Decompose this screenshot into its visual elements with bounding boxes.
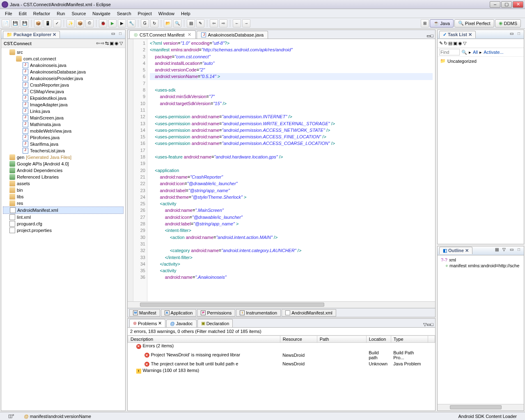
- maximize-view-icon[interactable]: □: [431, 33, 433, 38]
- collapse-icon[interactable]: ▣: [453, 41, 457, 46]
- next-annotation-button[interactable]: ⇨: [219, 19, 227, 28]
- java-file[interactable]: Mathimata.java: [3, 121, 124, 128]
- menu-edit[interactable]: Edit: [16, 10, 30, 17]
- problems-table[interactable]: Description Resource Path Location Type …: [128, 335, 435, 411]
- declaration-tab[interactable]: ▣Declaration: [197, 319, 233, 327]
- package-explorer-tree[interactable]: src com.cst.connect Anakoinoseis.javaAna…: [1, 48, 125, 411]
- bottom-tab-manifest[interactable]: MManifest: [129, 309, 160, 317]
- java-file[interactable]: mobileWebView.java: [3, 128, 124, 134]
- lint-button[interactable]: ✓: [53, 19, 61, 28]
- focus-icon[interactable]: ◉: [458, 41, 462, 46]
- android-manifest-file[interactable]: AndroidManifest.xml: [3, 207, 124, 214]
- refresh-button[interactable]: ↻: [150, 19, 158, 28]
- col-path[interactable]: Path: [317, 336, 366, 343]
- new-button[interactable]: 📄: [2, 19, 10, 28]
- back-icon[interactable]: ⇦: [96, 41, 100, 46]
- menu-project[interactable]: Project: [135, 10, 155, 17]
- perspective-java[interactable]: ☕Java: [430, 19, 454, 28]
- save-button[interactable]: 💾: [11, 19, 19, 28]
- menu-navigate[interactable]: Navigate: [89, 10, 113, 17]
- menu-refactor[interactable]: Refactor: [30, 10, 54, 17]
- filter-icon[interactable]: ▽: [501, 247, 507, 254]
- java-file[interactable]: Links.java: [3, 108, 124, 115]
- java-file[interactable]: Skarifima.java: [3, 141, 124, 147]
- prev-annotation-button[interactable]: ⇦: [210, 19, 218, 28]
- perspective-ddms[interactable]: ◉DDMS: [495, 19, 521, 28]
- new-project-button[interactable]: ✨: [66, 19, 75, 28]
- bottom-tab-instrumentation[interactable]: IInstrumentation: [236, 309, 281, 317]
- java-file[interactable]: Anakoinoseis.java: [3, 62, 124, 69]
- view-menu-icon[interactable]: ▽: [119, 41, 123, 46]
- minimize-view-icon[interactable]: ▭: [426, 322, 431, 327]
- run-last-button[interactable]: ▶: [118, 19, 126, 28]
- categorize-icon[interactable]: ▤: [448, 41, 452, 46]
- bottom-tab-permissions[interactable]: PPermissions: [197, 309, 235, 317]
- bottom-tab-application[interactable]: AApplication: [161, 309, 197, 317]
- java-file[interactable]: Plirofories.java: [3, 134, 124, 141]
- outline-horizontal-scrollbar[interactable]: [438, 404, 524, 411]
- run-button[interactable]: ▶: [108, 19, 117, 28]
- avd-manager-button[interactable]: 📱: [44, 19, 52, 28]
- outline-tab[interactable]: ◧ Outline ✕: [439, 247, 472, 254]
- code-editor[interactable]: 1234567891011121314151617181920212223242…: [128, 39, 435, 301]
- col-location[interactable]: Location: [366, 336, 391, 343]
- task-find-input[interactable]: [439, 49, 460, 55]
- open-type-button[interactable]: 📂: [164, 19, 172, 28]
- new-task-icon[interactable]: ✎: [439, 41, 443, 46]
- lint-xml-file[interactable]: lint.xml: [3, 214, 124, 220]
- warnings-group-row[interactable]: !Warnings (100 of 183 items): [128, 367, 435, 374]
- task-all-link[interactable]: All: [473, 50, 478, 55]
- menu-run[interactable]: Run: [53, 10, 68, 17]
- minimize-view-icon[interactable]: ▭: [426, 33, 431, 38]
- maximize-view-icon[interactable]: □: [516, 31, 522, 38]
- task-list-tab[interactable]: ✓ Task List ✕: [439, 31, 476, 38]
- sort-icon[interactable]: ▤: [493, 247, 500, 254]
- package-node[interactable]: com.cst.connect: [3, 55, 124, 62]
- save-all-button[interactable]: 💾: [21, 19, 29, 28]
- perspective-pixel-perfect[interactable]: 🔍Pixel Perfect: [454, 19, 494, 28]
- gen-folder[interactable]: gen [Generated Java Files]: [3, 154, 124, 161]
- folder-bin[interactable]: bin: [3, 187, 124, 193]
- error-row[interactable]: ✕The project cannot be built until build…: [128, 360, 435, 367]
- referenced-libs[interactable]: Referenced Libraries: [3, 174, 124, 180]
- maximize-button[interactable]: ▢: [501, 1, 512, 8]
- close-icon[interactable]: ✕: [53, 32, 56, 37]
- android-deps-lib[interactable]: Android Dependencies: [3, 167, 124, 174]
- editor-tab-database[interactable]: AnakoinoseisDatabase.java: [197, 31, 268, 39]
- menu-help[interactable]: Help: [178, 10, 194, 17]
- src-folder[interactable]: src: [3, 49, 124, 55]
- maximize-view-icon[interactable]: □: [431, 322, 433, 327]
- editor-tab-manifest[interactable]: ◎CST.Connect Manifest✕: [129, 30, 196, 39]
- java-file[interactable]: CrashReporter.java: [3, 82, 124, 88]
- col-description[interactable]: Description: [128, 336, 280, 343]
- forward-button[interactable]: →: [242, 19, 250, 28]
- java-file[interactable]: TeachersList.java: [3, 147, 124, 154]
- java-file[interactable]: ImageAdapter.java: [3, 101, 124, 108]
- maximize-view-icon[interactable]: □: [117, 31, 124, 38]
- menu-search[interactable]: Search: [114, 10, 135, 17]
- close-icon[interactable]: ✕: [468, 32, 472, 37]
- toggle-breadcrumb-button[interactable]: ▤: [187, 19, 195, 28]
- java-file[interactable]: Ekpaideutikoi.java: [3, 95, 124, 101]
- new-package-button[interactable]: 📦: [76, 19, 84, 28]
- error-row[interactable]: ✕Project 'NewsDroid' is missing required…: [128, 349, 435, 360]
- col-resource[interactable]: Resource: [280, 336, 317, 343]
- package-explorer-tab[interactable]: 📁 Package Explorer ✕: [3, 31, 60, 38]
- close-icon[interactable]: ✕: [188, 32, 191, 37]
- new-class-button[interactable]: ©: [85, 19, 94, 28]
- close-button[interactable]: ✕: [513, 1, 523, 8]
- problems-tab[interactable]: ⊗Problems✕: [129, 319, 165, 327]
- minimize-view-icon[interactable]: ▭: [110, 31, 116, 38]
- folder-res[interactable]: res: [3, 200, 124, 207]
- uncategorized-category[interactable]: 📁Uncategorized: [438, 57, 523, 64]
- sdk-manager-button[interactable]: 📦: [34, 19, 42, 28]
- back-button[interactable]: ←: [233, 19, 241, 28]
- marker-bar[interactable]: [128, 39, 133, 301]
- external-tools-button[interactable]: 🔧: [127, 19, 135, 28]
- menu-file[interactable]: File: [2, 10, 16, 17]
- folder-libs[interactable]: libs: [3, 193, 124, 200]
- task-activate-link[interactable]: Activate...: [484, 50, 503, 55]
- project-properties-file[interactable]: project.properties: [3, 227, 124, 234]
- java-file[interactable]: CSMapView.java: [3, 88, 124, 95]
- errors-group-row[interactable]: ✕Errors (2 items): [128, 343, 435, 350]
